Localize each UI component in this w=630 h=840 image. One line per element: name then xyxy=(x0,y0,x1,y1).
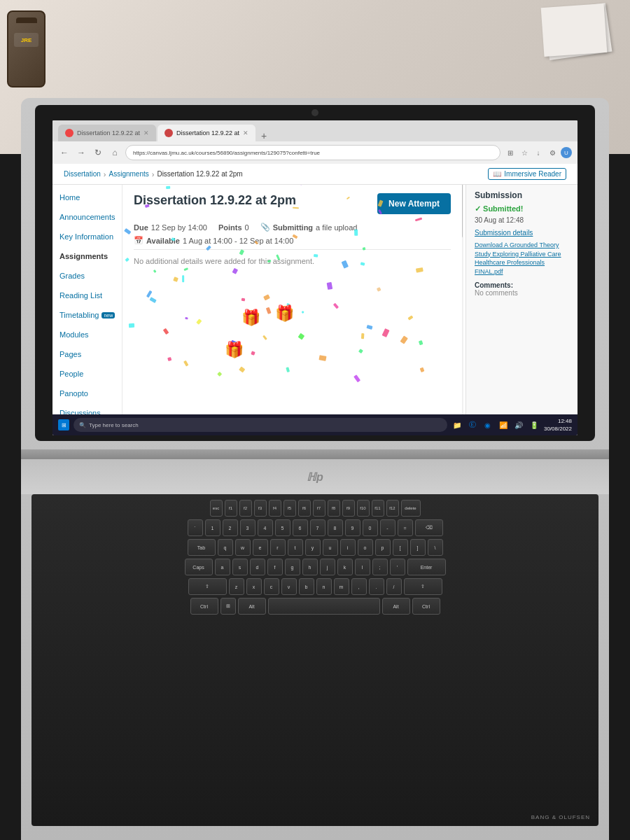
key-y[interactable]: y xyxy=(305,539,321,556)
volume-icon[interactable]: 🔊 xyxy=(513,419,524,430)
windows-start-button[interactable]: ⊞ xyxy=(58,419,69,430)
key-t[interactable]: t xyxy=(288,539,303,556)
key-f10[interactable]: f10 xyxy=(357,500,370,517)
key-j[interactable]: j xyxy=(320,559,335,575)
profile-btn[interactable]: U xyxy=(561,147,572,158)
key-n[interactable]: n xyxy=(316,578,332,595)
sidebar-item-grades[interactable]: Grades xyxy=(52,266,122,286)
key-f9[interactable]: f9 xyxy=(342,500,355,517)
key-c[interactable]: c xyxy=(264,578,279,595)
key-z[interactable]: z xyxy=(229,578,244,595)
sidebar-item-pages[interactable]: Pages xyxy=(52,344,122,364)
key-f11[interactable]: f11 xyxy=(372,500,384,517)
nav-back-button[interactable]: ← xyxy=(58,146,71,159)
edge-icon[interactable]: Ⓔ xyxy=(467,419,478,430)
breadcrumb-dissertation[interactable]: Dissertation xyxy=(64,170,101,178)
key-equals[interactable]: = xyxy=(398,519,413,536)
key-w[interactable]: w xyxy=(235,539,251,556)
key-q[interactable]: q xyxy=(218,539,233,556)
favorites-btn[interactable]: ☆ xyxy=(519,147,530,158)
key-f6[interactable]: f6 xyxy=(298,500,311,517)
key-lalt[interactable]: Alt xyxy=(238,598,266,615)
tab-inactive[interactable]: Dissertation 12.9.22 at 2pm ✕ xyxy=(58,125,156,141)
key-period[interactable]: . xyxy=(369,578,384,595)
read-mode-btn[interactable]: ⊞ xyxy=(505,147,516,158)
key-slash[interactable]: / xyxy=(386,578,402,595)
key-f12[interactable]: f12 xyxy=(386,500,399,517)
key-lshift[interactable]: ⇧ xyxy=(188,578,227,595)
tab-active[interactable]: Dissertation 12.9.22 at 2pm ✕ xyxy=(158,125,255,141)
sidebar-item-reading-list[interactable]: Reading List xyxy=(52,286,122,305)
key-windows[interactable]: ⊞ xyxy=(220,598,236,615)
key-6[interactable]: 6 xyxy=(293,519,308,536)
key-u[interactable]: u xyxy=(323,539,338,556)
key-f[interactable]: f xyxy=(267,559,283,575)
taskbar-clock[interactable]: 12:48 30/08/2022 xyxy=(544,417,572,433)
key-f5[interactable]: f5 xyxy=(284,500,296,517)
key-o[interactable]: o xyxy=(358,539,373,556)
tab-close-active[interactable]: ✕ xyxy=(243,130,248,136)
tab-close-inactive[interactable]: ✕ xyxy=(144,130,149,136)
battery-icon[interactable]: 🔋 xyxy=(528,419,540,430)
immersive-reader-button[interactable]: 📖 Immersive Reader xyxy=(488,168,566,180)
key-1[interactable]: 1 xyxy=(205,519,220,536)
key-f8[interactable]: f8 xyxy=(328,500,340,517)
key-2[interactable]: 2 xyxy=(223,519,238,536)
key-d[interactable]: d xyxy=(250,559,265,575)
key-comma[interactable]: , xyxy=(351,578,367,595)
key-f2[interactable]: f2 xyxy=(239,500,252,517)
key-backtick[interactable]: ` xyxy=(188,519,203,536)
taskbar-search[interactable]: 🔍 Type here to search xyxy=(74,418,447,432)
key-x[interactable]: x xyxy=(246,578,262,595)
key-f1[interactable]: f1 xyxy=(225,500,237,517)
key-semicolon[interactable]: ; xyxy=(372,559,388,575)
key-v[interactable]: v xyxy=(281,578,297,595)
file-explorer-icon[interactable]: 📁 xyxy=(451,419,463,430)
sidebar-item-assignments[interactable]: Assignments xyxy=(52,246,122,266)
sidebar-item-timetabling[interactable]: Timetabling new xyxy=(52,305,122,325)
key-lbracket[interactable]: [ xyxy=(393,539,408,556)
key-f4[interactable]: f4 xyxy=(269,500,281,517)
key-s[interactable]: s xyxy=(232,559,248,575)
key-space[interactable] xyxy=(268,598,380,615)
key-r[interactable]: r xyxy=(270,539,286,556)
key-i[interactable]: i xyxy=(340,539,356,556)
edge-new-icon[interactable]: ◉ xyxy=(482,419,493,430)
key-f3[interactable]: f3 xyxy=(254,500,267,517)
address-input[interactable]: https://canvas.ljmu.ac.uk/courses/56890/… xyxy=(125,145,500,160)
key-backspace[interactable]: ⌫ xyxy=(415,519,443,536)
key-lctrl[interactable]: Ctrl xyxy=(190,598,218,615)
breadcrumb-assignments[interactable]: Assignments xyxy=(108,170,148,178)
sidebar-item-modules[interactable]: Modules xyxy=(52,325,122,344)
key-m[interactable]: m xyxy=(334,578,349,595)
key-a[interactable]: a xyxy=(215,559,230,575)
key-backslash[interactable]: \ xyxy=(428,539,443,556)
key-p[interactable]: p xyxy=(375,539,391,556)
key-9[interactable]: 9 xyxy=(345,519,360,536)
key-ralt[interactable]: Alt xyxy=(382,598,410,615)
key-caps[interactable]: Caps xyxy=(185,559,213,575)
new-attempt-button[interactable]: New Attempt xyxy=(377,193,451,214)
nav-home-button[interactable]: ⌂ xyxy=(108,146,121,159)
key-minus[interactable]: - xyxy=(380,519,396,536)
sidebar-item-panopto[interactable]: Panopto xyxy=(52,384,122,403)
tab-new-button[interactable]: + xyxy=(257,130,271,141)
key-5[interactable]: 5 xyxy=(275,519,290,536)
key-k[interactable]: k xyxy=(337,559,353,575)
key-0[interactable]: 0 xyxy=(363,519,378,536)
key-enter[interactable]: Enter xyxy=(407,559,446,575)
key-del[interactable]: delete xyxy=(401,500,421,517)
key-tab[interactable]: Tab xyxy=(188,539,216,556)
sidebar-item-home[interactable]: Home xyxy=(52,188,122,207)
key-rctrl[interactable]: Ctrl xyxy=(412,598,440,615)
key-h[interactable]: h xyxy=(302,559,318,575)
submission-details-link[interactable]: Submission details xyxy=(475,228,569,238)
download-link[interactable]: Download A Grounded Theory Study Explori… xyxy=(475,241,569,276)
key-esc[interactable]: esc xyxy=(210,500,223,517)
key-rbracket[interactable]: ] xyxy=(410,539,426,556)
key-e[interactable]: e xyxy=(253,539,268,556)
key-rshift[interactable]: ⇧ xyxy=(404,578,442,595)
key-8[interactable]: 8 xyxy=(328,519,343,536)
nav-refresh-button[interactable]: ↻ xyxy=(92,146,104,159)
key-b[interactable]: b xyxy=(299,578,314,595)
